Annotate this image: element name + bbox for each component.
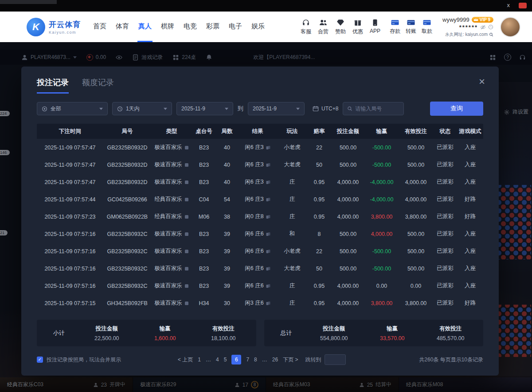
modal-tab[interactable]: 额度记录 — [82, 77, 114, 94]
quick-link-service[interactable]: 客服 — [301, 19, 311, 35]
withdraw-link[interactable]: 取款 — [422, 19, 432, 35]
category-select[interactable]: 全部 — [37, 102, 108, 115]
cell-game-type: 经典百家乐 — [151, 213, 192, 220]
result-detail-icon[interactable] — [266, 163, 270, 167]
result-detail-icon[interactable] — [266, 249, 270, 254]
page-button[interactable]: 7 — [246, 357, 249, 363]
table-row: 2025-11-09 07:57:16 GB2325B0932C 极速百家乐 B… — [37, 260, 483, 277]
result-detail-icon[interactable] — [266, 301, 270, 306]
cell-round-no: 40 — [216, 145, 238, 151]
cell-round-id: GB2325B0932C — [103, 266, 151, 272]
quick-link-sponsor[interactable]: 赞助 — [335, 19, 346, 35]
query-button[interactable]: 查询 — [430, 102, 483, 116]
filters-bar: 全部 1天内 2025-11-9 到 2025-11-9 — [37, 102, 483, 116]
close-icon[interactable]: × — [479, 76, 485, 87]
quick-link-promo[interactable]: 优惠 — [352, 19, 363, 35]
round-search — [343, 102, 404, 115]
logo-text: 开云体育 Kaiyun.com — [49, 20, 81, 35]
cell-bet-amount: 4,000.00 — [331, 196, 365, 203]
merge-checkbox[interactable] — [37, 357, 43, 363]
transfer-icon — [406, 19, 416, 26]
cell-round-no: 39 — [216, 231, 238, 237]
column-header: 玩法 — [277, 128, 307, 135]
page-button[interactable]: … — [262, 357, 267, 363]
modal-tab[interactable]: 投注记录 — [37, 77, 69, 94]
cell-round-no: 39 — [216, 248, 238, 255]
nav-item[interactable]: 娱乐 — [250, 12, 266, 42]
crown-icon — [473, 18, 478, 22]
vip-level: VIP 9 — [480, 17, 490, 22]
page-button[interactable]: 26 — [272, 357, 278, 363]
strip-close-icon[interactable]: x — [507, 2, 510, 8]
wallet-link-label: 取款 — [422, 27, 432, 35]
strip-fragment — [0, 0, 57, 4]
page-button[interactable]: 下页 > — [283, 356, 298, 364]
page-button[interactable]: 6 — [231, 355, 241, 365]
date-from-select[interactable]: 2025-11-9 — [176, 102, 233, 115]
page-button[interactable]: 5 — [224, 357, 227, 363]
gem-icon — [336, 19, 344, 27]
cell-game-mode: 入座 — [457, 178, 483, 186]
nav-item[interactable]: 电子 — [228, 12, 243, 42]
cell-play-type: 和 — [277, 230, 307, 238]
result-detail-icon[interactable] — [266, 284, 270, 288]
nav-item[interactable]: 体育 — [115, 12, 130, 42]
refresh-balance-icon[interactable] — [488, 24, 493, 30]
page-button[interactable]: 8 — [254, 357, 257, 363]
game-type-icon — [184, 301, 189, 306]
search-icon[interactable] — [489, 32, 493, 37]
cell-status: 已派彩 — [433, 144, 457, 151]
quick-link-label: 合营 — [318, 28, 329, 35]
user-avatar[interactable] — [500, 17, 520, 37]
site-logo[interactable]: K 开云体育 Kaiyun.com — [27, 18, 81, 36]
cell-game-mode: 好路 — [457, 213, 483, 220]
transfer-link[interactable]: 转账 — [406, 19, 416, 35]
column-header: 有效投注 — [399, 128, 433, 135]
nav-item[interactable]: 棋牌 — [160, 12, 175, 42]
page-button[interactable]: 1 — [198, 357, 201, 363]
quick-link-app[interactable]: APP — [370, 19, 380, 35]
result-detail-icon[interactable] — [266, 232, 270, 236]
quick-link-partner[interactable]: 合营 — [318, 19, 329, 35]
quick-link-label: 赞助 — [335, 28, 346, 35]
balance-masked: ****** — [459, 24, 478, 31]
time-range-value: 1天内 — [126, 105, 140, 113]
page-button[interactable]: 4 — [216, 357, 219, 363]
nav-item[interactable]: 彩票 — [205, 12, 220, 42]
result-detail-icon[interactable] — [266, 215, 270, 219]
game-type-icon — [184, 215, 189, 219]
cell-bet-amount: 4,000.00 — [331, 300, 365, 306]
chevron-down-icon — [164, 108, 167, 110]
result-detail-icon[interactable] — [266, 197, 270, 202]
merge-toggle[interactable]: 投注记录按照局，玩法合并展示 — [37, 356, 166, 364]
page-button[interactable]: < 上页 — [178, 356, 193, 364]
cell-game-mode: 好路 — [457, 196, 483, 203]
nav-item[interactable]: 真人 — [137, 12, 153, 42]
result-detail-icon[interactable] — [266, 267, 270, 271]
cell-win-loss: -4,000.00 — [365, 179, 399, 185]
cell-table-no: B23 — [192, 179, 216, 185]
deposit-link[interactable]: 存款 — [390, 19, 400, 35]
game-type-icon — [184, 232, 189, 236]
nav-item[interactable]: 电竞 — [183, 12, 198, 42]
eye-off-icon[interactable] — [480, 24, 486, 30]
time-range-select[interactable]: 1天内 — [112, 102, 172, 115]
subtotal-label: 小计 — [40, 329, 78, 337]
cell-round-no: 54 — [216, 196, 238, 203]
site-header: K 开云体育 Kaiyun.com 首页体育真人棋牌电竞彩票电子娱乐 客服 合营 — [0, 12, 532, 42]
cell-win-loss: -4,000.00 — [365, 196, 399, 203]
cell-valid-bet: 0.00 — [399, 283, 433, 289]
nav-item[interactable]: 首页 — [92, 12, 107, 42]
cell-status: 已派彩 — [433, 230, 457, 238]
jump-page-input[interactable] — [325, 354, 346, 365]
cell-round-no: 38 — [216, 214, 238, 220]
round-search-input[interactable] — [355, 106, 399, 112]
date-to-select[interactable]: 2025-11-9 — [248, 102, 305, 115]
cell-status: 已派彩 — [433, 161, 457, 169]
username[interactable]: wywy9999 — [442, 16, 469, 23]
result-detail-icon[interactable] — [266, 145, 270, 150]
merge-note: 投注记录按照局，玩法合并展示 — [47, 356, 121, 364]
result-detail-icon[interactable] — [266, 180, 270, 184]
page-button[interactable]: … — [206, 357, 211, 363]
cell-round-id: GB2325B0932C — [103, 248, 151, 255]
